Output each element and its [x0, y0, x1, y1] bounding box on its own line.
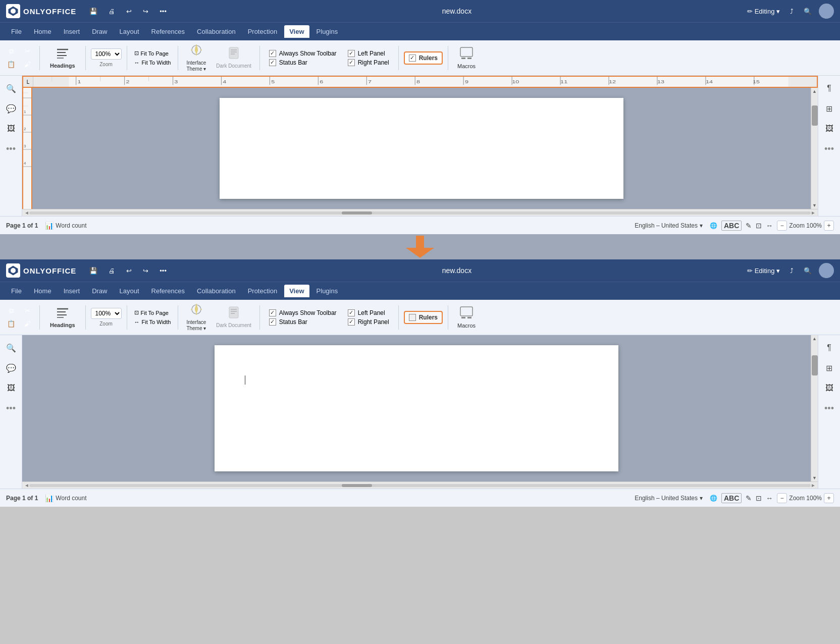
status-bar-check-1[interactable]	[269, 59, 276, 66]
menu-home-1[interactable]: Home	[29, 25, 57, 38]
menu-view-1[interactable]: View	[284, 25, 309, 38]
zoom-plus-2[interactable]: +	[824, 493, 834, 503]
vscroll-up-1[interactable]: ▲	[811, 88, 818, 95]
rulers-btn-1[interactable]: Rulers	[404, 51, 443, 65]
rulers-checkbox-1[interactable]	[409, 55, 416, 62]
menu-draw-2[interactable]: Draw	[87, 285, 112, 297]
menu-layout-2[interactable]: Layout	[115, 285, 144, 297]
menu-layout-1[interactable]: Layout	[115, 25, 144, 38]
zoom-select-2[interactable]: 100% 75% 150%	[91, 308, 122, 319]
fit-page-icon-1[interactable]: ⊡	[756, 222, 762, 230]
copy-btn-2[interactable]: ⧉	[4, 305, 18, 316]
headings-btn-1[interactable]: Headings	[45, 44, 80, 72]
rulers-checkbox-2[interactable]	[409, 314, 416, 321]
sidebar-search-2[interactable]: 🔍	[3, 339, 20, 356]
headings-btn-2[interactable]: Headings	[45, 304, 80, 331]
doc-scroll-1[interactable]	[32, 88, 811, 209]
left-panel-row-2[interactable]: Left Panel	[348, 309, 389, 316]
cut-btn-2[interactable]: ✂	[20, 305, 34, 316]
ruler-corner-1[interactable]: L	[23, 76, 33, 88]
fit-to-page-btn-2[interactable]: ⊡ Fit To Page	[132, 308, 173, 317]
menu-references-2[interactable]: References	[146, 285, 190, 297]
right-panel-check-2[interactable]	[348, 318, 355, 326]
right-image-2[interactable]: 🖼	[821, 380, 838, 397]
vscroll-track-2[interactable]	[811, 342, 818, 474]
vscroll-up-2[interactable]: ▲	[811, 335, 818, 342]
right-para-1[interactable]: ¶	[821, 80, 838, 97]
fit-to-page-btn-1[interactable]: ⊡ Fit To Page	[132, 49, 173, 58]
redo-button-2[interactable]: ↪	[140, 265, 151, 277]
undo-button-1[interactable]: ↩	[123, 6, 135, 17]
save-button-1[interactable]: 💾	[86, 6, 100, 17]
left-panel-check-1[interactable]	[348, 50, 355, 57]
sidebar-images-2[interactable]: 🖼	[3, 380, 20, 397]
always-show-toolbar-row-1[interactable]: Always Show Toolbar	[269, 50, 337, 57]
hscroll-thumb-1[interactable]	[342, 211, 372, 214]
menu-collaboration-1[interactable]: Collaboration	[192, 25, 241, 38]
spellcheck-icon-1[interactable]: ABC	[721, 221, 742, 231]
zoom-minus-1[interactable]: −	[777, 221, 787, 231]
sidebar-comments-1[interactable]: 💬	[3, 100, 20, 117]
zoom-minus-2[interactable]: −	[777, 493, 787, 503]
menu-file-1[interactable]: File	[6, 25, 27, 38]
search-button-2[interactable]: 🔍	[801, 265, 815, 277]
hscroll-right-1[interactable]: ►	[811, 210, 816, 216]
vscroll-down-1[interactable]: ▼	[811, 202, 818, 209]
track-changes-icon-1[interactable]: ✎	[746, 222, 752, 230]
paste-btn-2[interactable]: 📋	[4, 318, 18, 330]
status-bar-row-2[interactable]: Status Bar	[269, 318, 337, 326]
globe-icon-1[interactable]: 🌐	[710, 222, 717, 229]
status-bar-row-1[interactable]: Status Bar	[269, 59, 337, 66]
menu-file-2[interactable]: File	[6, 285, 27, 297]
menu-collaboration-2[interactable]: Collaboration	[192, 285, 241, 297]
right-table-2[interactable]: ⊞	[821, 359, 838, 377]
vscroll-track-1[interactable]	[811, 95, 818, 202]
rulers-btn-2[interactable]: Rulers	[404, 311, 443, 324]
interface-theme-btn-1[interactable]: InterfaceTheme ▾	[183, 44, 209, 72]
menu-references-1[interactable]: References	[146, 25, 190, 38]
more-button-2[interactable]: •••	[156, 265, 170, 277]
cut-btn-1[interactable]: ✂	[20, 46, 34, 57]
doc-scroll-2[interactable]	[22, 335, 811, 481]
right-panel-row-1[interactable]: Right Panel	[348, 59, 389, 66]
globe-icon-2[interactable]: 🌐	[710, 495, 717, 502]
word-count-btn-1[interactable]: 📊 Word count	[42, 221, 89, 231]
menu-protection-2[interactable]: Protection	[243, 285, 283, 297]
avatar-1[interactable]	[819, 4, 834, 19]
fit-page-icon-2[interactable]: ⊡	[756, 494, 762, 502]
hscroll-track-2[interactable]	[29, 484, 811, 487]
menu-insert-1[interactable]: Insert	[59, 25, 85, 38]
editing-dropdown-2[interactable]: ✏ Editing ▾	[744, 265, 783, 277]
save-button-2[interactable]: 💾	[86, 265, 100, 277]
undo-button-2[interactable]: ↩	[123, 265, 135, 277]
menu-protection-1[interactable]: Protection	[243, 25, 283, 38]
share-button-1[interactable]: ⤴	[787, 6, 797, 17]
word-count-btn-2[interactable]: 📊 Word count	[42, 493, 89, 503]
fit-to-width-btn-2[interactable]: ↔ Fit To Width	[132, 318, 173, 326]
zoom-plus-1[interactable]: +	[824, 221, 834, 231]
right-more-1[interactable]: •••	[821, 140, 838, 157]
hscroll-right-2[interactable]: ►	[811, 482, 816, 488]
hscroll-left-2[interactable]: ◄	[24, 482, 29, 488]
editing-dropdown-1[interactable]: ✏ Editing ▾	[744, 6, 783, 17]
status-bar-check-2[interactable]	[269, 318, 276, 326]
always-show-toolbar-check-1[interactable]	[269, 50, 276, 57]
spellcheck-icon-2[interactable]: ABC	[721, 493, 742, 503]
macros-btn-2[interactable]: Macros	[453, 304, 480, 331]
language-select-2[interactable]: English – United States ▾	[632, 494, 706, 503]
menu-home-2[interactable]: Home	[29, 285, 57, 297]
sidebar-images-1[interactable]: 🖼	[3, 120, 20, 137]
menu-insert-2[interactable]: Insert	[59, 285, 85, 297]
vscroll-down-2[interactable]: ▼	[811, 474, 818, 481]
share-button-2[interactable]: ⤴	[787, 265, 797, 277]
menu-draw-1[interactable]: Draw	[87, 25, 112, 38]
always-show-toolbar-row-2[interactable]: Always Show Toolbar	[269, 309, 337, 316]
right-panel-row-2[interactable]: Right Panel	[348, 318, 389, 326]
copy-btn-1[interactable]: ⧉	[4, 46, 18, 57]
sidebar-more-1[interactable]: •••	[3, 140, 20, 157]
search-button-1[interactable]: 🔍	[801, 6, 815, 17]
print-button-1[interactable]: 🖨	[106, 6, 118, 17]
zoom-select-1[interactable]: 100% 75% 150%	[91, 48, 122, 60]
right-image-1[interactable]: 🖼	[821, 120, 838, 137]
menu-plugins-1[interactable]: Plugins	[311, 25, 343, 38]
